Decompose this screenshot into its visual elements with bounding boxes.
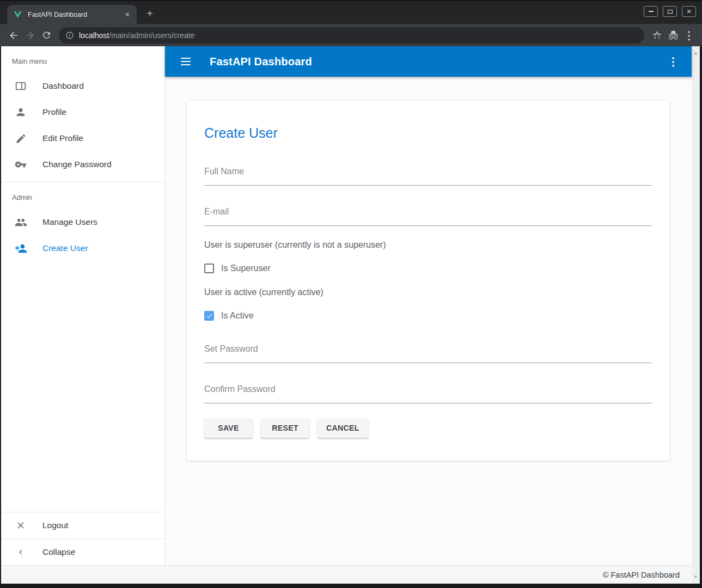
page-content: Create User Full Name E-mail User is sup…: [165, 77, 692, 565]
close-tab-icon[interactable]: ✕: [123, 10, 132, 20]
email-input[interactable]: E-mail: [204, 206, 652, 226]
maximize-button[interactable]: [663, 6, 677, 17]
info-icon: [65, 31, 74, 40]
sidebar-item-edit-profile[interactable]: Edit Profile: [1, 125, 164, 151]
page-column: Main menu Dashboard Profile: [1, 46, 692, 584]
sidebar-item-logout[interactable]: Logout: [1, 512, 164, 538]
incognito-indicator: [665, 27, 681, 44]
is-superuser-label: Is Superuser: [221, 264, 271, 273]
reload-icon: [41, 30, 52, 40]
hamburger-menu-button[interactable]: [173, 48, 199, 75]
close-window-button[interactable]: ✕: [682, 6, 696, 17]
active-hint: User is active (currently active): [204, 287, 652, 297]
cancel-button[interactable]: CANCEL: [318, 418, 368, 438]
window-controls: ✕: [644, 6, 696, 17]
scroll-down-icon[interactable]: ▼: [692, 574, 700, 579]
key-icon: [14, 158, 27, 171]
page-scrollbar[interactable]: ▲ ▼: [692, 46, 700, 584]
appbar-title: FastAPI Dashboard: [210, 56, 312, 68]
is-active-checkbox-row[interactable]: Is Active: [204, 311, 652, 321]
sidebar-divider: [1, 182, 164, 182]
browser-toolbar: localhost/main/admin/users/create ⋮: [0, 24, 702, 46]
bookmark-star-button[interactable]: [649, 27, 665, 44]
hamburger-icon: [181, 58, 191, 59]
sidebar-caption-admin: Admin: [12, 193, 164, 201]
forward-arrow-icon: [25, 30, 35, 41]
sidebar-item-label: Dashboard: [42, 81, 84, 91]
dashboard-icon: [14, 79, 27, 93]
back-button[interactable]: [5, 27, 22, 44]
page-viewport: Main menu Dashboard Profile: [1, 46, 700, 584]
browser-tabstrip: FastAPI Dashboard ✕ + ✕: [0, 0, 702, 24]
address-bar[interactable]: localhost/main/admin/users/create: [59, 27, 644, 44]
url-host: localhost: [79, 31, 109, 40]
sidebar-item-collapse[interactable]: Collapse: [1, 539, 164, 565]
main-area: FastAPI Dashboard ⋮ Create User Full Nam…: [165, 46, 692, 565]
sidebar-item-label: Change Password: [42, 160, 112, 169]
browser-window: FastAPI Dashboard ✕ + ✕ localhost/main/a…: [0, 0, 702, 588]
appbar-overflow-menu-button[interactable]: ⋮: [667, 55, 680, 68]
checkbox-unchecked-icon[interactable]: [204, 264, 214, 273]
tab-title: FastAPI Dashboard: [28, 11, 123, 19]
sidebar: Main menu Dashboard Profile: [1, 46, 165, 565]
sidebar-item-label: Create User: [42, 243, 88, 253]
sidebar-item-label: Logout: [42, 520, 68, 530]
forward-button[interactable]: [22, 27, 38, 44]
sidebar-item-label: Collapse: [42, 547, 75, 557]
toolbar-right-icons: ⋮: [649, 27, 697, 44]
new-tab-button[interactable]: +: [142, 7, 157, 22]
people-icon: [14, 216, 27, 229]
minimize-button[interactable]: [644, 6, 658, 17]
sidebar-item-change-password[interactable]: Change Password: [1, 151, 164, 177]
set-password-input[interactable]: Set Password: [204, 344, 652, 363]
pencil-icon: [14, 132, 27, 145]
url-path: /main/admin/users/create: [109, 31, 194, 40]
app-bar: FastAPI Dashboard ⋮: [165, 46, 692, 77]
browser-menu-button[interactable]: ⋮: [681, 29, 697, 42]
back-arrow-icon: [8, 30, 19, 41]
superuser-hint: User is superuser (currently is not a su…: [204, 240, 652, 250]
vue-logo-icon: [13, 10, 22, 19]
minimize-icon: [649, 11, 654, 12]
person-add-icon: [14, 242, 27, 255]
page-title: Create User: [204, 125, 652, 141]
sidebar-item-dashboard[interactable]: Dashboard: [1, 73, 164, 99]
browser-tab[interactable]: FastAPI Dashboard ✕: [7, 5, 137, 24]
sidebar-item-manage-users[interactable]: Manage Users: [1, 209, 164, 235]
footer-copyright: © FastAPI Dashboard: [603, 571, 680, 579]
sidebar-caption-main-menu: Main menu: [12, 57, 164, 65]
star-icon: [652, 30, 662, 40]
save-button[interactable]: SAVE: [204, 418, 253, 438]
person-icon: [14, 106, 27, 119]
scroll-up-icon[interactable]: ▲: [692, 51, 700, 56]
is-active-label: Is Active: [221, 311, 254, 321]
confirm-password-placeholder: Confirm Password: [204, 384, 652, 395]
sidebar-item-label: Profile: [42, 107, 66, 117]
is-superuser-checkbox-row[interactable]: Is Superuser: [204, 264, 652, 273]
close-icon: ✕: [686, 9, 691, 15]
sidebar-item-label: Edit Profile: [42, 133, 83, 143]
full-name-input[interactable]: Full Name: [204, 166, 652, 186]
page-footer: © FastAPI Dashboard: [1, 565, 692, 584]
reload-button[interactable]: [38, 27, 54, 44]
reset-button[interactable]: RESET: [261, 418, 309, 438]
app-body: Main menu Dashboard Profile: [1, 46, 692, 565]
confirm-password-input[interactable]: Confirm Password: [204, 384, 652, 403]
chevron-left-icon: [14, 546, 27, 559]
set-password-placeholder: Set Password: [204, 344, 652, 354]
create-user-card: Create User Full Name E-mail User is sup…: [187, 101, 669, 461]
sidebar-item-profile[interactable]: Profile: [1, 99, 164, 125]
full-name-placeholder: Full Name: [204, 166, 652, 177]
checkbox-checked-icon[interactable]: [204, 311, 214, 321]
maximize-icon: [668, 10, 673, 14]
close-icon: [14, 519, 27, 532]
url-text: localhost/main/admin/users/create: [79, 31, 194, 40]
sidebar-item-label: Manage Users: [42, 217, 97, 227]
sidebar-item-create-user[interactable]: Create User: [1, 235, 164, 261]
form-buttons: SAVE RESET CANCEL: [204, 418, 652, 438]
incognito-icon: [668, 29, 679, 41]
email-placeholder: E-mail: [204, 206, 652, 217]
